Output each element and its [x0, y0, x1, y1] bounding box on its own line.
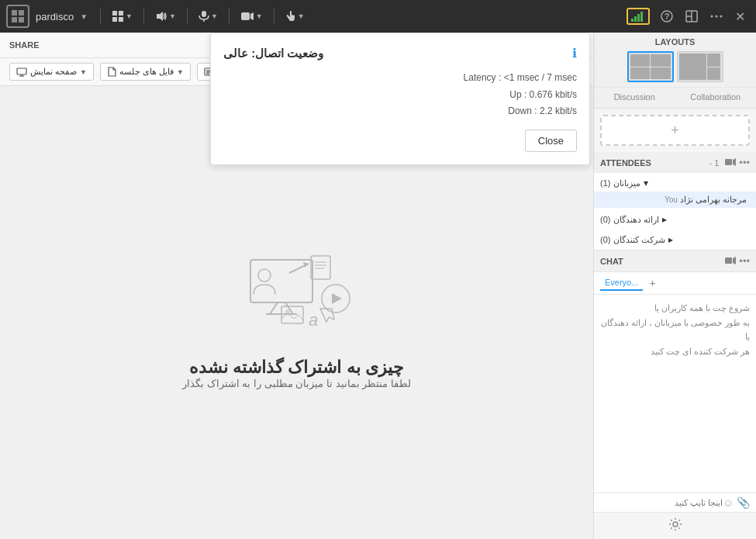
attendees-count: - 1 [709, 158, 720, 168]
collab-add-btn[interactable]: + [600, 115, 750, 146]
svg-marker-43 [332, 293, 342, 304]
attendee-group-participants-header[interactable]: ▸ شرکت کنندگان (0) [594, 231, 756, 248]
svg-point-24 [720, 16, 723, 18]
right-panel: LAYOUTS Discussion [593, 33, 756, 539]
chat-input[interactable] [600, 498, 723, 507]
app-name-chevron[interactable]: ▼ [80, 12, 88, 21]
svg-rect-4 [112, 11, 117, 16]
chat-hint: شروع چت با همه کاربران یا به طور خصوصی ب… [600, 301, 750, 359]
attendee-group-presenters: ▸ ارائه دهندگان (0) [594, 209, 756, 230]
svg-text:a: a [309, 310, 318, 330]
right-bottom-settings-icon[interactable] [668, 517, 682, 534]
hand-btn[interactable]: ▼ [281, 7, 309, 26]
share-screen-label: صفحه نمایش [30, 67, 77, 77]
chat-more-btn[interactable]: ••• [739, 255, 750, 267]
attendees-header: ATTENDEES - 1 ••• [594, 152, 756, 173]
more-btn[interactable] [706, 12, 727, 21]
hosts-label: میزبانان (1) [600, 178, 640, 188]
share-illustration: a [235, 237, 359, 345]
svg-marker-50 [733, 257, 736, 264]
participants-chevron-icon: ▸ [668, 234, 673, 245]
layout-thumb-2[interactable] [677, 51, 723, 82]
side-tabs: Discussion Collaboration [594, 88, 756, 109]
share-screen-chevron: ▼ [80, 68, 87, 76]
host-you-badge: You [665, 195, 678, 204]
popup-stats: Latency : <1 msec / 7 msec Up : 0.676 kb… [223, 70, 577, 120]
chat-section: CHAT ••• Everyo... + شروع چت با همه کارب… [594, 250, 756, 512]
signal-icon-box[interactable] [627, 8, 650, 25]
svg-rect-16 [640, 12, 643, 22]
presenters-label: ارائه دهندگان (0) [600, 215, 659, 225]
chat-tools: ☺ 📎 [723, 496, 750, 509]
chat-add-tab-btn[interactable]: + [649, 277, 655, 289]
share-files-btn[interactable]: فایل های جلسه ▼ [100, 63, 191, 81]
hosts-chevron-icon: ▾ [644, 178, 648, 188]
chat-title: CHAT [600, 257, 722, 266]
chat-hint-line-1: شروع چت با همه کاربران یا [654, 303, 750, 313]
attendee-group-presenters-header[interactable]: ▸ ارائه دهندگان (0) [594, 211, 756, 228]
svg-rect-9 [202, 11, 206, 17]
share-screen-btn[interactable]: صفحه نمایش ▼ [9, 63, 94, 81]
mic-btn[interactable]: ▼ [194, 7, 223, 26]
svg-rect-11 [241, 12, 250, 20]
chat-tab-everyone[interactable]: Everyo... [600, 275, 643, 291]
svg-rect-47 [725, 159, 732, 165]
tab-discussion[interactable]: Discussion [594, 88, 675, 108]
share-files-chevron: ▼ [177, 68, 184, 76]
video-chevron: ▼ [256, 12, 263, 20]
svg-rect-6 [112, 17, 117, 22]
close-btn[interactable]: ✕ [730, 6, 750, 27]
participants-label: شرکت کنندگان (0) [600, 235, 665, 245]
attendee-group-participants: ▸ شرکت کنندگان (0) [594, 230, 756, 250]
share-placeholder: چیزی به اشتراک گذاشته نشده لطفا منتظر بم… [182, 358, 411, 389]
chat-video-btn[interactable] [725, 255, 736, 267]
topbar-sep-5 [274, 9, 274, 24]
help-btn[interactable]: ? [656, 7, 678, 26]
svg-rect-15 [637, 14, 640, 22]
popup-title: وضعیت اتصال: عالی [223, 47, 323, 60]
attendee-item-host: مرجانه بهرامی نژاد You [594, 192, 756, 208]
presenters-chevron-icon: ▸ [662, 214, 667, 225]
layout-btn[interactable] [681, 7, 702, 26]
chat-emoji-btn[interactable]: ☺ [723, 496, 734, 509]
svg-rect-0 [12, 10, 17, 16]
connection-popup: وضعیت اتصال: عالی ℹ Latency : <1 msec / … [210, 33, 590, 165]
tab-collaboration[interactable]: Collaboration [675, 88, 757, 108]
layout-cell [707, 67, 721, 81]
svg-rect-14 [634, 16, 637, 22]
svg-line-33 [270, 302, 278, 314]
svg-rect-49 [725, 257, 732, 264]
popup-up: Up : 0.676 kbit/s [223, 87, 577, 104]
grid-btn[interactable]: ▼ [107, 7, 137, 26]
topbar-sep-4 [229, 9, 230, 24]
attendee-group-hosts-header[interactable]: ▾ میزبانان (1) [594, 174, 756, 192]
volume-btn[interactable]: ▼ [150, 7, 181, 26]
svg-point-23 [716, 16, 718, 18]
layout-cell [651, 67, 671, 80]
svg-rect-7 [119, 17, 123, 22]
svg-rect-2 [12, 17, 17, 22]
app-name: pardisco [36, 11, 74, 22]
svg-rect-25 [17, 68, 26, 74]
layout-thumb-1[interactable] [627, 51, 674, 82]
svg-rect-3 [19, 17, 24, 22]
volume-chevron: ▼ [169, 12, 176, 20]
attendees-more-btn[interactable]: ••• [739, 157, 750, 168]
layout-cell [630, 54, 651, 67]
topbar-sep-2 [143, 9, 144, 24]
layout-cell [679, 54, 706, 80]
layouts-section: LAYOUTS [594, 33, 756, 88]
attendees-video-btn[interactable] [725, 157, 736, 168]
chat-attach-btn[interactable]: 📎 [737, 496, 750, 509]
chat-header: CHAT ••• [594, 250, 756, 272]
chat-hint-line-2: به طور خصوصی با میزبانان ، ارائه دهندگان… [601, 318, 750, 342]
attendees-video-icon [725, 158, 736, 166]
main-area: SHARE • • • صفحه نمایش ▼ فایل های جلسه ▼ [0, 33, 756, 539]
popup-close-btn[interactable]: Close [525, 130, 577, 152]
collab-section: + [594, 109, 756, 152]
chat-input-row: ☺ 📎 [594, 492, 756, 512]
video-btn[interactable]: ▼ [236, 8, 268, 25]
popup-info-icon: ℹ [572, 46, 577, 60]
share-files-label: فایل های جلسه [119, 67, 174, 77]
popup-close-row: Close [223, 130, 577, 152]
